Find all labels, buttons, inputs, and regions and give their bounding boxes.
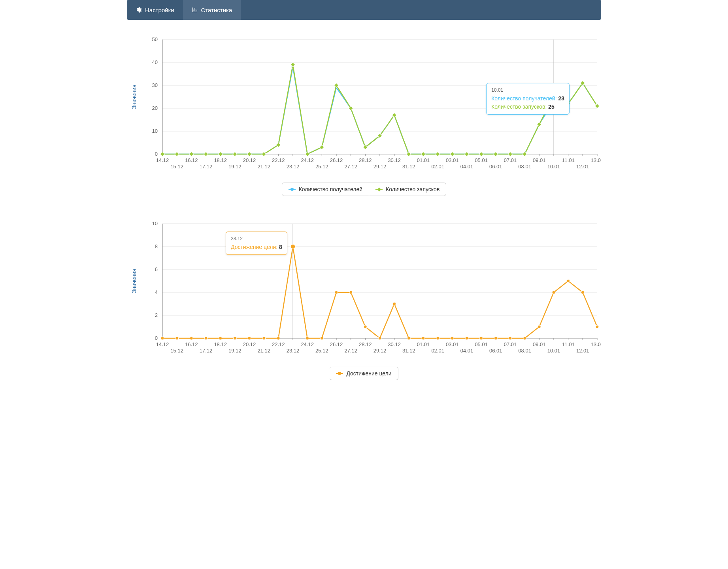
- legend-item[interactable]: Достижение цели: [330, 367, 398, 380]
- svg-rect-132: [522, 152, 527, 156]
- svg-point-222: [248, 337, 251, 340]
- svg-text:06.01: 06.01: [489, 348, 502, 354]
- svg-text:17.12: 17.12: [200, 164, 213, 170]
- svg-text:05.01: 05.01: [475, 157, 488, 163]
- svg-text:17.12: 17.12: [200, 348, 213, 354]
- svg-text:07.01: 07.01: [504, 341, 517, 347]
- chart-svg[interactable]: 024681014.1215.1216.1217.1218.1219.1220.…: [127, 216, 601, 362]
- svg-text:11.01: 11.01: [562, 157, 575, 163]
- svg-rect-129: [479, 152, 483, 156]
- svg-text:08.01: 08.01: [518, 164, 531, 170]
- svg-text:22.12: 22.12: [272, 341, 285, 347]
- svg-rect-118: [320, 145, 324, 149]
- chart-legend: Количество получателейКоличество запуско…: [127, 183, 601, 196]
- svg-point-241: [523, 337, 526, 340]
- svg-point-227: [320, 337, 323, 340]
- svg-text:25.12: 25.12: [315, 348, 328, 354]
- svg-point-233: [407, 337, 410, 340]
- svg-text:19.12: 19.12: [228, 348, 241, 354]
- svg-point-246: [596, 325, 599, 328]
- legend-label: Количество запусков: [386, 186, 439, 192]
- svg-text:10.01: 10.01: [547, 348, 560, 354]
- legend-label: Количество получателей: [299, 186, 362, 192]
- svg-point-224: [277, 337, 280, 340]
- svg-text:12.01: 12.01: [576, 348, 589, 354]
- svg-text:0: 0: [155, 151, 158, 157]
- svg-text:08.01: 08.01: [518, 348, 531, 354]
- svg-rect-110: [204, 152, 208, 156]
- svg-rect-128: [464, 152, 469, 156]
- svg-text:8: 8: [155, 243, 158, 249]
- legend-marker-icon: [336, 371, 343, 375]
- svg-text:16.12: 16.12: [185, 341, 198, 347]
- svg-text:30.12: 30.12: [388, 157, 401, 163]
- svg-text:27.12: 27.12: [344, 164, 357, 170]
- svg-text:04.01: 04.01: [460, 348, 473, 354]
- tooltip-row: Количество запусков: 25: [491, 103, 564, 111]
- nav-statistics[interactable]: Статистика: [183, 0, 241, 20]
- svg-point-235: [436, 337, 439, 340]
- gear-icon: [136, 7, 142, 13]
- tooltip-date: 23.12: [231, 235, 282, 242]
- legend-item[interactable]: Количество запусков: [369, 183, 446, 196]
- svg-text:30: 30: [152, 82, 158, 88]
- svg-text:25.12: 25.12: [315, 164, 328, 170]
- legend-label: Достижение цели: [346, 370, 391, 377]
- legend-marker-icon: [289, 187, 296, 191]
- chart-tooltip: 23.12Достижение цели: 8: [226, 232, 287, 255]
- svg-text:09.01: 09.01: [533, 341, 546, 347]
- nav-statistics-label: Статистика: [201, 7, 232, 13]
- svg-text:06.01: 06.01: [489, 164, 502, 170]
- svg-text:20.12: 20.12: [243, 341, 256, 347]
- svg-text:10: 10: [152, 220, 158, 226]
- nav-settings[interactable]: Настройки: [127, 0, 183, 20]
- bar-chart-icon: [192, 7, 198, 13]
- svg-point-243: [552, 291, 555, 294]
- svg-rect-130: [494, 152, 498, 156]
- chart-legend: Достижение цели: [127, 367, 601, 380]
- svg-point-245: [581, 291, 584, 294]
- svg-text:03.01: 03.01: [446, 341, 459, 347]
- svg-point-239: [494, 337, 497, 340]
- svg-text:26.12: 26.12: [330, 157, 343, 163]
- svg-point-226: [306, 337, 309, 340]
- svg-point-228: [335, 291, 338, 294]
- svg-point-218: [190, 337, 193, 340]
- svg-text:01.01: 01.01: [417, 341, 430, 347]
- svg-text:18.12: 18.12: [214, 341, 227, 347]
- tooltip-row: Количество получателей: 23: [491, 94, 564, 103]
- svg-text:21.12: 21.12: [257, 164, 270, 170]
- svg-text:29.12: 29.12: [373, 164, 387, 170]
- svg-text:10.01: 10.01: [547, 164, 560, 170]
- svg-text:0: 0: [155, 335, 158, 341]
- svg-rect-127: [450, 152, 455, 156]
- svg-rect-126: [436, 152, 440, 156]
- svg-point-232: [393, 302, 396, 305]
- legend-item[interactable]: Количество получателей: [282, 183, 369, 196]
- svg-text:29.12: 29.12: [373, 348, 387, 354]
- tooltip-row: Достижение цели: 8: [231, 243, 282, 251]
- svg-point-220: [219, 337, 222, 340]
- svg-text:07.01: 07.01: [504, 157, 517, 163]
- svg-point-237: [465, 337, 468, 340]
- svg-point-230: [364, 325, 367, 328]
- svg-text:16.12: 16.12: [185, 157, 198, 163]
- svg-point-238: [480, 337, 483, 340]
- svg-point-240: [509, 337, 512, 340]
- svg-rect-113: [247, 152, 251, 156]
- svg-text:01.01: 01.01: [417, 157, 430, 163]
- svg-rect-117: [305, 152, 309, 156]
- svg-rect-112: [233, 152, 237, 156]
- svg-text:23.12: 23.12: [287, 164, 300, 170]
- svg-text:6: 6: [155, 266, 158, 272]
- chart-tooltip: 10.01Количество получателей: 23Количеств…: [486, 83, 570, 115]
- svg-text:4: 4: [155, 289, 158, 295]
- svg-rect-125: [421, 152, 425, 156]
- svg-text:04.01: 04.01: [460, 164, 473, 170]
- svg-text:15.12: 15.12: [170, 348, 183, 354]
- svg-text:27.12: 27.12: [344, 348, 357, 354]
- svg-rect-111: [218, 152, 223, 156]
- svg-text:30.12: 30.12: [388, 341, 401, 347]
- svg-text:26.12: 26.12: [330, 341, 343, 347]
- svg-point-242: [538, 325, 541, 328]
